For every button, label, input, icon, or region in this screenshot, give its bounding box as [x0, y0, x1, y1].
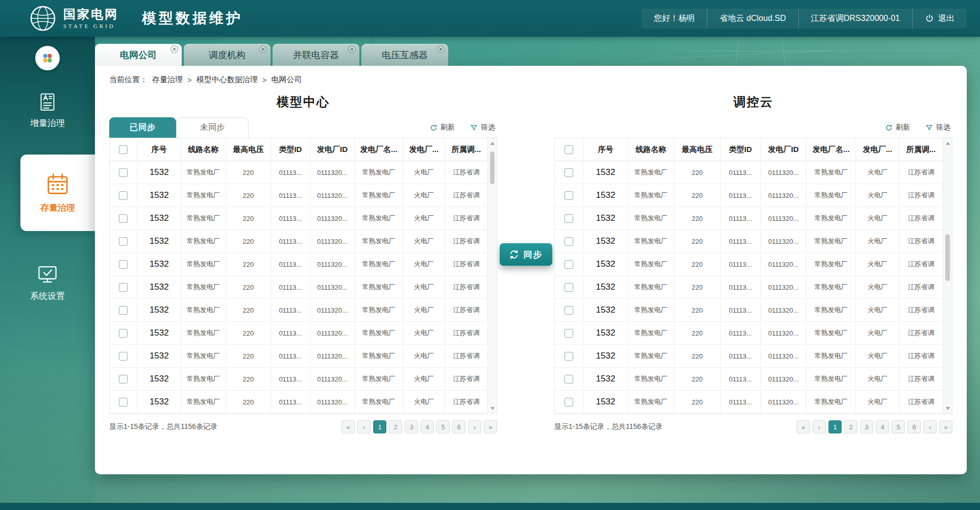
page-number-button[interactable]: 3: [405, 420, 418, 434]
page-number-button[interactable]: 5: [436, 420, 450, 434]
row-checkbox[interactable]: [565, 168, 573, 177]
subtab-synced[interactable]: 已同步: [109, 117, 176, 138]
table-cell: 江苏省调: [899, 253, 943, 275]
breadcrumb-item[interactable]: 电网公司: [272, 75, 302, 85]
table-cell: 220: [226, 184, 271, 207]
page-number-button[interactable]: 2: [389, 420, 402, 434]
scrollbar-thumb[interactable]: [945, 234, 950, 281]
breadcrumb-item[interactable]: 模型中心数据治理: [197, 75, 258, 85]
control-cloud-toolbar: 刷新 筛选: [554, 117, 952, 138]
page-prev-button[interactable]: ‹: [357, 420, 371, 434]
page-number-button[interactable]: 5: [892, 420, 905, 434]
row-checkbox[interactable]: [119, 260, 128, 269]
refresh-button[interactable]: 刷新: [885, 123, 910, 132]
row-checkbox[interactable]: [565, 398, 573, 406]
row-checkbox[interactable]: [119, 329, 128, 338]
page-first-button[interactable]: «: [797, 420, 810, 434]
table-cell: 01113...: [271, 161, 310, 184]
funnel-icon: [925, 124, 933, 132]
select-all-checkbox[interactable]: [119, 145, 128, 154]
row-checkbox[interactable]: [565, 375, 573, 384]
row-checkbox-cell: [555, 207, 583, 230]
sync-button-label: 同步: [524, 249, 543, 261]
subtab-unsynced[interactable]: 未同步: [176, 117, 249, 138]
scrollbar-thumb[interactable]: [490, 151, 495, 184]
sidebar-item-system-settings[interactable]: 系统设置: [0, 264, 95, 302]
table-cell: 常熟发电厂: [355, 207, 403, 230]
tab-grid-company[interactable]: 电网公司: [95, 44, 182, 66]
app-launcher-icon[interactable]: [35, 46, 60, 70]
row-checkbox[interactable]: [565, 283, 573, 292]
row-checkbox[interactable]: [565, 260, 573, 269]
row-checkbox[interactable]: [119, 375, 128, 384]
row-checkbox[interactable]: [119, 168, 128, 177]
refresh-button[interactable]: 刷新: [430, 123, 455, 132]
row-checkbox[interactable]: [565, 191, 573, 200]
sidebar-item-incremental-governance[interactable]: 增量治理: [0, 92, 95, 129]
column-header: 所属调...: [445, 138, 487, 161]
page-number-button[interactable]: 4: [876, 420, 889, 434]
row-checkbox[interactable]: [119, 191, 128, 200]
table-cell: 火电厂: [403, 368, 445, 390]
column-header: 线路名称: [181, 138, 226, 161]
page-next-button[interactable]: ›: [923, 420, 937, 434]
sidebar-item-stock-governance[interactable]: 存量治理: [20, 155, 95, 231]
row-checkbox[interactable]: [119, 237, 128, 246]
filter-button[interactable]: 筛选: [470, 123, 495, 132]
filter-button[interactable]: 筛选: [925, 123, 950, 132]
close-icon[interactable]: [348, 45, 356, 53]
table-cell: 1532: [583, 184, 628, 207]
org-selector[interactable]: 江苏省调DRS320000-01: [798, 9, 912, 29]
row-checkbox[interactable]: [565, 352, 573, 361]
row-checkbox[interactable]: [119, 352, 128, 361]
page-first-button[interactable]: «: [341, 420, 355, 434]
table-cell: 0111320...: [761, 230, 807, 252]
page-last-button[interactable]: »: [939, 420, 952, 434]
page-prev-button[interactable]: ‹: [813, 420, 826, 434]
row-checkbox[interactable]: [565, 214, 573, 223]
table-row: 1532常熟发电厂22001113...0111320...常熟发电厂火电厂江苏…: [555, 276, 943, 299]
row-checkbox[interactable]: [565, 329, 573, 338]
row-checkbox[interactable]: [119, 283, 128, 292]
row-checkbox-cell: [555, 276, 583, 298]
close-icon[interactable]: [170, 45, 178, 53]
page-number-button[interactable]: 1: [828, 420, 842, 434]
table-cell: 01113...: [721, 161, 761, 184]
logout-button[interactable]: 退出: [912, 9, 967, 29]
table-cell: 常熟发电厂: [628, 207, 674, 230]
page-number-button[interactable]: 1: [373, 420, 386, 434]
row-checkbox[interactable]: [119, 214, 128, 223]
scroll-down-icon[interactable]: [491, 407, 495, 410]
table-cell: 0111320...: [761, 322, 807, 344]
table-cell: 常熟发电厂: [806, 161, 856, 184]
filter-label: 筛选: [936, 123, 950, 132]
row-checkbox[interactable]: [565, 306, 573, 315]
page-number-button[interactable]: 2: [844, 420, 857, 434]
cloud-selector[interactable]: 省地云 dCloud.SD: [707, 9, 798, 29]
page-number-button[interactable]: 6: [908, 420, 921, 434]
close-icon[interactable]: [437, 45, 445, 53]
table-cell: 1532: [583, 161, 628, 184]
page-number-button[interactable]: 6: [452, 420, 465, 434]
tab-voltage-transformer[interactable]: 电压互感器: [361, 44, 448, 66]
table-scrollbar[interactable]: [943, 138, 952, 414]
row-checkbox[interactable]: [119, 398, 128, 406]
tab-label: 调度机构: [209, 49, 246, 61]
table-tools: 刷新 筛选: [885, 123, 950, 132]
row-checkbox[interactable]: [119, 306, 128, 315]
close-icon[interactable]: [259, 45, 267, 53]
breadcrumb-item[interactable]: 存量治理: [152, 75, 183, 85]
tab-dispatch-agency[interactable]: 调度机构: [184, 44, 271, 66]
scroll-up-icon[interactable]: [946, 142, 950, 145]
row-checkbox[interactable]: [565, 237, 573, 246]
sync-button[interactable]: 同步: [500, 243, 552, 266]
page-last-button[interactable]: »: [484, 420, 497, 434]
table-scrollbar[interactable]: [487, 138, 497, 414]
page-number-button[interactable]: 4: [421, 420, 434, 434]
scroll-up-icon[interactable]: [491, 142, 495, 145]
scroll-down-icon[interactable]: [946, 407, 950, 410]
select-all-checkbox[interactable]: [565, 145, 573, 154]
page-number-button[interactable]: 3: [860, 420, 873, 434]
page-next-button[interactable]: ›: [468, 420, 481, 434]
tab-shunt-capacitor[interactable]: 并联电容器: [273, 44, 359, 66]
